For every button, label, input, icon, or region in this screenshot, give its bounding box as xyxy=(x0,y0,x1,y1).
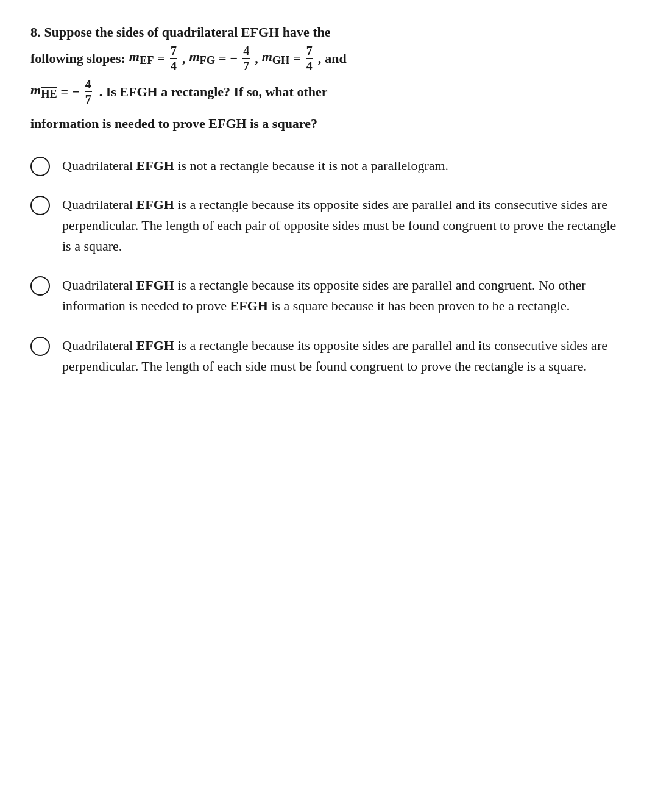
question-continuation: . Is EFGH a rectangle? If so, what other xyxy=(99,84,328,100)
question-header: 8. Suppose the sides of quadrilateral EF… xyxy=(30,24,628,134)
slope-he-m: mHE xyxy=(30,82,57,101)
slope-ef-eq: = xyxy=(157,51,165,66)
slope-he-fraction: 4 7 xyxy=(85,77,92,106)
option-c-text: Quadrilateral EFGH is a rectangle becaus… xyxy=(62,275,628,316)
slopes-line: following slopes: mEF = 7 4 , mFG = − 4 … xyxy=(30,44,628,73)
options-list: Quadrilateral EFGH is not a rectangle be… xyxy=(30,155,628,377)
slope-gh-comma: , xyxy=(318,51,322,66)
question-number: 8. xyxy=(30,24,41,40)
option-d-radio[interactable] xyxy=(30,337,50,356)
option-b-text: Quadrilateral EFGH is a rectangle becaus… xyxy=(62,194,628,257)
option-c: Quadrilateral EFGH is a rectangle becaus… xyxy=(30,275,628,316)
slope-fg-neg: − xyxy=(230,51,238,66)
question-last-line: information is needed to prove EFGH is a… xyxy=(30,113,628,134)
slope-ef-m: mEF xyxy=(129,49,154,67)
option-b: Quadrilateral EFGH is a rectangle becaus… xyxy=(30,194,628,257)
slope-ef-fraction: 7 4 xyxy=(170,44,177,73)
slope-fg-eq: = xyxy=(219,51,227,66)
slope-he-line: mHE = − 4 7 . Is EFGH a rectangle? If so… xyxy=(30,77,628,106)
option-a: Quadrilateral EFGH is not a rectangle be… xyxy=(30,155,628,176)
slopes-label: following slopes: xyxy=(30,51,126,66)
slope-fg-comma: , xyxy=(255,51,258,66)
question-intro: Suppose the sides of quadrilateral EFGH … xyxy=(44,24,331,40)
slope-gh-m: mGH xyxy=(262,49,290,67)
option-c-radio[interactable] xyxy=(30,276,50,296)
slope-ef-comma: , xyxy=(182,51,186,66)
slope-he-neg: − xyxy=(72,84,80,100)
slope-he-eq: = xyxy=(61,84,69,100)
option-d-text: Quadrilateral EFGH is a rectangle becaus… xyxy=(62,335,628,377)
option-a-text: Quadrilateral EFGH is not a rectangle be… xyxy=(62,155,628,176)
slope-gh-and: and xyxy=(325,51,346,66)
slope-fg-m: mFG xyxy=(189,49,215,67)
option-d: Quadrilateral EFGH is a rectangle becaus… xyxy=(30,335,628,377)
slope-gh-fraction: 7 4 xyxy=(306,44,313,73)
question-block: 8. Suppose the sides of quadrilateral EF… xyxy=(30,24,628,377)
option-b-radio[interactable] xyxy=(30,196,50,215)
option-a-radio[interactable] xyxy=(30,157,50,176)
slope-fg-fraction: 4 7 xyxy=(242,44,250,73)
slope-gh-eq: = xyxy=(293,51,301,66)
